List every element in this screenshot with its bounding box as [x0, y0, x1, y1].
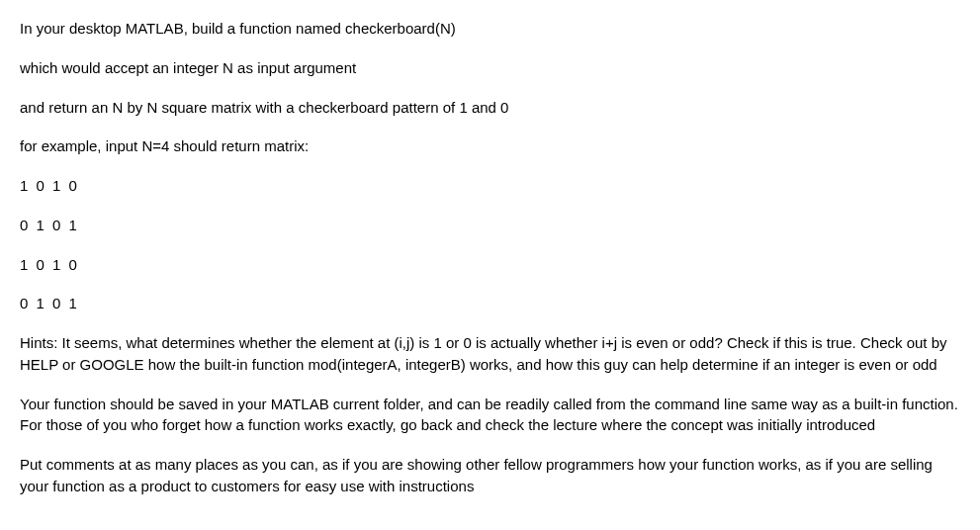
matrix-row-1: 1 0 1 0 — [20, 175, 960, 197]
paragraph-intro-2: which would accept an integer N as input… — [20, 57, 960, 79]
matrix-row-2: 0 1 0 1 — [20, 215, 960, 236]
paragraph-intro-3: and return an N by N square matrix with … — [20, 97, 960, 119]
matrix-row-3: 1 0 1 0 — [20, 254, 960, 276]
paragraph-intro-1: In your desktop MATLAB, build a function… — [20, 18, 960, 40]
paragraph-comments-instructions: Put comments at as many places as you ca… — [20, 454, 960, 497]
paragraph-example-lead: for example, input N=4 should return mat… — [20, 135, 960, 157]
matrix-row-4: 0 1 0 1 — [20, 293, 960, 314]
paragraph-hints: Hints: It seems, what determines whether… — [20, 332, 960, 376]
paragraph-save-instructions: Your function should be saved in your MA… — [20, 394, 960, 437]
